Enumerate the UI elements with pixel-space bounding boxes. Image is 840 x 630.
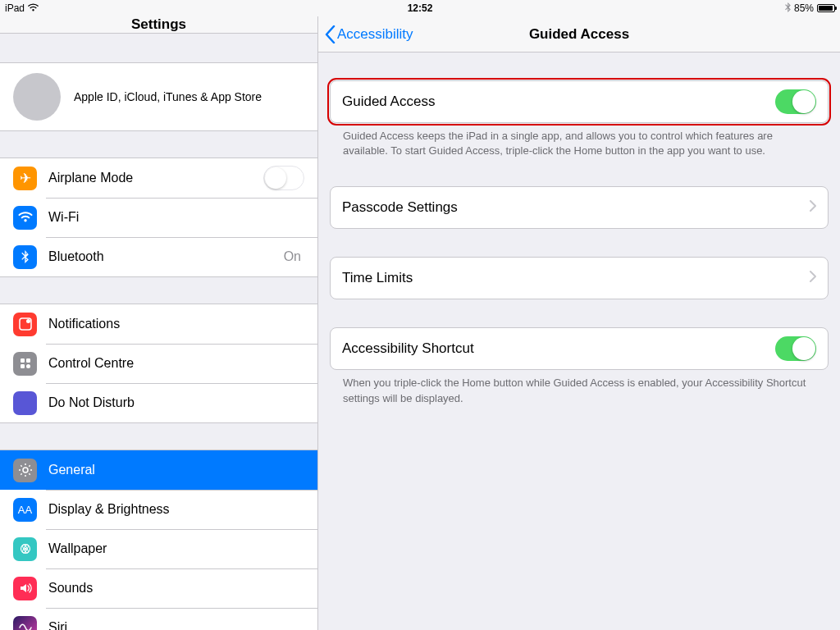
sidebar-item-airplane-mode[interactable]: ✈︎ Airplane Mode (0, 158, 317, 198)
sidebar-group-device: General AA Display & Brightness Wallpape… (0, 450, 317, 630)
detail-header: Accessibility Guided Access (318, 16, 840, 52)
wifi-label: Wi-Fi (48, 210, 304, 225)
clock: 12:52 (408, 2, 433, 14)
display-label: Display & Brightness (48, 502, 304, 517)
notifications-icon (13, 313, 37, 336)
wifi-icon (28, 3, 39, 13)
sidebar-title: Settings (0, 16, 317, 34)
sidebar-item-general[interactable]: General (0, 450, 317, 490)
airplane-label: Airplane Mode (48, 171, 263, 185)
sidebar-item-control-centre[interactable]: Control Centre (0, 344, 317, 383)
sounds-label: Sounds (48, 581, 304, 596)
bluetooth-value: On (284, 249, 301, 264)
avatar (13, 73, 61, 121)
sidebar-item-siri[interactable]: Siri (0, 608, 317, 630)
sidebar-item-display-brightness[interactable]: AA Display & Brightness (0, 490, 317, 529)
sidebar-item-sounds[interactable]: Sounds (0, 568, 317, 608)
moon-icon (13, 391, 37, 415)
guided-access-group: Guided Access (330, 80, 829, 123)
bluetooth-icon (785, 2, 791, 14)
airplane-mode-toggle[interactable] (263, 166, 304, 190)
row-time-limits[interactable]: Time Limits (331, 258, 828, 299)
notifications-label: Notifications (48, 317, 304, 331)
accessibility-shortcut-group: Accessibility Shortcut (330, 327, 829, 370)
passcode-group: Passcode Settings (330, 186, 829, 229)
wallpaper-icon (13, 537, 37, 561)
row-accessibility-shortcut[interactable]: Accessibility Shortcut (331, 328, 828, 369)
sidebar-group-alerts: Notifications Control Centre Do Not Dist… (0, 304, 317, 423)
sidebar-item-notifications[interactable]: Notifications (0, 304, 317, 344)
sidebar: Settings Apple ID, iCloud, iTunes & App … (0, 16, 318, 630)
airplane-icon: ✈︎ (13, 167, 37, 190)
control-centre-label: Control Centre (48, 356, 304, 371)
bluetooth-label: Bluetooth (48, 249, 284, 264)
general-label: General (48, 463, 304, 477)
back-button[interactable]: Accessibility (325, 25, 413, 43)
sounds-icon (13, 577, 37, 600)
wifi-settings-icon (13, 206, 37, 230)
row-guided-access[interactable]: Guided Access (331, 81, 828, 122)
device-label: iPad (5, 2, 25, 14)
gear-icon (13, 459, 37, 482)
sidebar-item-apple-id[interactable]: Apple ID, iCloud, iTunes & App Store (0, 62, 317, 131)
row-passcode-settings[interactable]: Passcode Settings (331, 187, 828, 228)
svg-rect-3 (26, 358, 30, 363)
wallpaper-label: Wallpaper (48, 541, 304, 556)
display-icon: AA (13, 498, 37, 522)
bluetooth-settings-icon (13, 245, 37, 269)
svg-rect-5 (26, 364, 30, 368)
guided-access-toggle[interactable] (775, 89, 816, 114)
battery-icon (817, 4, 835, 12)
svg-point-8 (24, 548, 26, 550)
guided-access-footer: Guided Access keeps the iPad in a single… (330, 123, 829, 158)
sidebar-group-connectivity: ✈︎ Airplane Mode Wi-Fi Bluetooth On (0, 158, 317, 277)
svg-point-6 (23, 468, 28, 472)
back-label: Accessibility (337, 26, 413, 43)
sidebar-item-do-not-disturb[interactable]: Do Not Disturb (0, 383, 317, 422)
page-title: Guided Access (529, 26, 629, 43)
svg-rect-4 (21, 364, 25, 368)
battery-pct: 85% (794, 2, 814, 14)
accessibility-shortcut-toggle[interactable] (775, 336, 816, 361)
siri-icon (13, 616, 37, 631)
time-limits-group: Time Limits (330, 257, 829, 299)
siri-label: Siri (48, 620, 304, 630)
chevron-right-icon (810, 270, 816, 286)
guided-access-label: Guided Access (342, 94, 775, 110)
sidebar-item-bluetooth[interactable]: Bluetooth On (0, 237, 317, 276)
passcode-settings-label: Passcode Settings (342, 199, 810, 216)
sidebar-item-wallpaper[interactable]: Wallpaper (0, 529, 317, 568)
detail-pane: Accessibility Guided Access Guided Acces… (318, 16, 840, 630)
accessibility-shortcut-label: Accessibility Shortcut (342, 340, 775, 357)
svg-point-1 (26, 319, 30, 323)
control-centre-icon (13, 352, 37, 376)
svg-rect-2 (21, 358, 25, 363)
time-limits-label: Time Limits (342, 270, 810, 286)
chevron-left-icon (325, 25, 336, 43)
sidebar-item-wifi[interactable]: Wi-Fi (0, 198, 317, 237)
status-bar: iPad 12:52 85% (0, 0, 840, 16)
dnd-label: Do Not Disturb (48, 395, 304, 410)
accessibility-shortcut-footer: When you triple-click the Home button wh… (330, 370, 829, 405)
chevron-right-icon (810, 199, 816, 216)
profile-text: Apple ID, iCloud, iTunes & App Store (74, 90, 262, 103)
